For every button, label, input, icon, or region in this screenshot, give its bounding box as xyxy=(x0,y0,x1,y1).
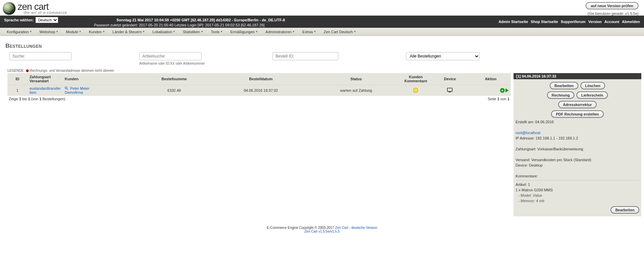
footer-link-german[interactable]: deutsche Version xyxy=(351,226,377,230)
col-customer[interactable]: Kunden xyxy=(63,73,136,85)
logo-subtitle: the art of e-commerce xyxy=(24,10,67,15)
footer-link-zencart[interactable]: Zen Cart xyxy=(335,226,348,230)
cell-device xyxy=(429,85,471,96)
col-device[interactable]: Device xyxy=(429,73,471,85)
logo-icon xyxy=(3,2,16,15)
menu-extras[interactable]: Extras▼ xyxy=(302,30,316,34)
logo-title: zen cart xyxy=(18,2,67,11)
link-logout[interactable]: Abmelden xyxy=(622,20,640,24)
filters: Artikelname oder ID:XX oder Artikelnumme… xyxy=(9,52,644,65)
monitor-icon xyxy=(447,90,453,94)
version-note: (Sie benutzen gerade: v1.5.5e) xyxy=(586,12,639,16)
menu-ermaessigungen[interactable]: Ermäßigungen▼ xyxy=(230,30,258,34)
chevron-down-icon: ▼ xyxy=(255,30,258,33)
comment-indicator-icon xyxy=(413,88,418,92)
chevron-down-icon: ▼ xyxy=(220,30,223,33)
chevron-down-icon: ▼ xyxy=(79,30,81,33)
chevron-down-icon: ▼ xyxy=(201,30,204,33)
cell-id: 1 xyxy=(7,85,27,96)
link-version[interactable]: Version xyxy=(588,20,602,24)
link-shop-home[interactable]: Shop Startseite xyxy=(531,20,558,24)
col-payment[interactable]: Zahlungsart Versandart xyxy=(27,73,63,85)
info-ip: IP Adresse: 192.168.1.1 - 192.168.1.2 xyxy=(516,136,639,140)
chevron-down-icon: ▼ xyxy=(29,30,32,33)
customer-name[interactable]: Peter Meier xyxy=(70,86,89,90)
cell-date: 04.06.2016 16:37:32 xyxy=(212,85,310,96)
cell-status: warten auf Zahlung xyxy=(310,85,402,96)
shipping-link[interactable]: item xyxy=(29,90,37,94)
col-action[interactable]: Aktion xyxy=(471,73,511,85)
legend: LEGENDE: Rechnungs- und Versandadresse s… xyxy=(7,69,644,72)
menu-module[interactable]: Module▼ xyxy=(66,30,81,34)
packingslip-button[interactable]: Lieferschein xyxy=(576,91,608,99)
cell-sum: €332.49 xyxy=(137,85,212,96)
order-detail-panel: [1] 04.06.2016 16:37:32 Bearbeiten Lösch… xyxy=(514,73,641,216)
arrow-right-icon[interactable] xyxy=(505,88,509,92)
logo: zen cart the art of e-commerce xyxy=(3,2,67,15)
svg-rect-2 xyxy=(448,88,452,91)
cell-comments xyxy=(402,85,429,96)
chevron-down-icon: ▼ xyxy=(102,30,105,33)
order-id-input[interactable] xyxy=(272,52,338,60)
link-support[interactable]: Supportforum xyxy=(561,20,586,24)
menu-webshop[interactable]: Webshop▼ xyxy=(40,30,58,34)
footer: E-Commerce Engine Copyright © 2003-2017 … xyxy=(0,223,644,236)
article-attr-2: - Memory: 4 mb xyxy=(518,199,639,203)
edit-button[interactable]: Bearbeiten xyxy=(550,82,578,89)
info-comments: Kommentare: xyxy=(516,174,639,178)
chevron-down-icon: ▼ xyxy=(56,30,58,33)
article-line: 1 x Matrox G200 MMS xyxy=(516,188,639,192)
search-input[interactable] xyxy=(9,52,72,60)
topbar: Sprache wählen: Deutsch Sonntag 21 Mai 2… xyxy=(0,16,644,28)
chevron-down-icon: ▼ xyxy=(292,30,295,33)
search-icon[interactable] xyxy=(65,86,69,90)
pager: Zeige 1 bis 1 (von 1 Bestellungen) Seite… xyxy=(7,96,511,102)
menu-kunden[interactable]: Kunden▼ xyxy=(89,30,105,34)
info-email[interactable]: root@localhost xyxy=(516,131,541,135)
col-date[interactable]: Bestelldatum xyxy=(212,73,310,85)
menubar: Konfiguration▼ Webshop▼ Module▼ Kunden▼ … xyxy=(0,28,644,36)
menu-administratoren[interactable]: Administratoren▼ xyxy=(265,30,295,34)
col-status[interactable]: Status xyxy=(310,73,402,85)
panel-header: [1] 04.06.2016 16:37:32 xyxy=(514,73,641,79)
edit-button-bottom[interactable]: Bearbeiten xyxy=(611,206,639,214)
link-account[interactable]: Account xyxy=(604,20,619,24)
menu-zencart-de[interactable]: Zen Cart Deutsch▼ xyxy=(324,30,356,34)
info-device: Device: Desktop xyxy=(516,163,639,167)
col-id[interactable]: ID xyxy=(7,73,27,85)
menu-statistiken[interactable]: Statistiken▼ xyxy=(183,30,204,34)
address-correction-button[interactable]: Adresskorrektur xyxy=(558,101,597,108)
orders-table: ID Zahlungsart Versandart Kunden Bestell… xyxy=(7,73,511,96)
status-select[interactable]: Alle Bestellungen xyxy=(406,52,480,60)
payment-link[interactable]: eustandardtransfer xyxy=(29,86,61,90)
svg-rect-3 xyxy=(449,92,451,92)
create-pdf-invoice-button[interactable]: PDF Rechnung erstellen xyxy=(551,110,603,118)
menu-tools[interactable]: Tools▼ xyxy=(211,30,223,34)
invoice-button[interactable]: Rechnung xyxy=(547,91,575,99)
article-search-input[interactable] xyxy=(139,52,201,60)
chevron-down-icon: ▼ xyxy=(314,30,316,33)
col-sum[interactable]: Bestellsumme xyxy=(137,73,212,85)
article-attr-1: - Model: Value xyxy=(518,193,639,197)
lang-label: Sprache wählen: xyxy=(4,18,33,22)
menu-laender[interactable]: Länder & Steuern▼ xyxy=(113,30,145,34)
chevron-down-icon: ▼ xyxy=(354,30,356,33)
edit-icon[interactable]: e xyxy=(500,88,505,93)
link-admin-home[interactable]: Admin Startseite xyxy=(499,20,528,24)
lang-select[interactable]: Deutsch xyxy=(35,17,58,23)
col-comments[interactable]: Kunden Kommentare xyxy=(402,73,429,85)
footer-version-link[interactable]: Zen Cart v1.5.5e/v1.5.5 xyxy=(304,230,340,233)
check-version-button[interactable]: auf neue Version prüfen xyxy=(586,2,639,9)
info-articles: Artikel: 1 xyxy=(516,183,639,187)
red-dot-icon xyxy=(26,69,29,72)
page-title: Bestellungen xyxy=(5,43,644,49)
info-created: Erstellt am: 04.06.2016 xyxy=(516,120,639,124)
menu-lokalisation[interactable]: Lokalisation▼ xyxy=(152,30,175,34)
table-row[interactable]: 1 eustandardtransfer item Peter Meier xyxy=(7,85,511,96)
chevron-down-icon: ▼ xyxy=(142,30,145,33)
customer-company[interactable]: Demofirma xyxy=(65,90,134,94)
info-payment: Zahlungsart: Vorkasse/Banküberweisung xyxy=(516,147,639,151)
cell-payment: eustandardtransfer item xyxy=(27,85,63,96)
delete-button[interactable]: Löschen xyxy=(580,82,605,89)
menu-konfiguration[interactable]: Konfiguration▼ xyxy=(7,30,32,34)
